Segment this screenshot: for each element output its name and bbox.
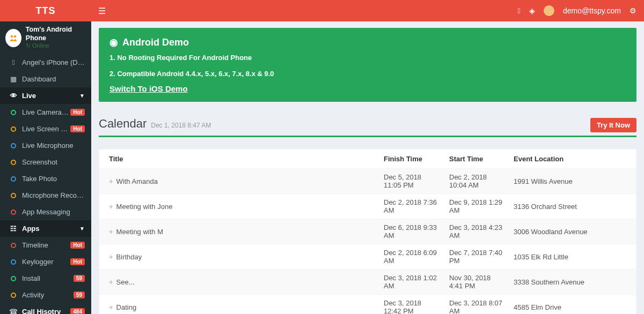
- cell-location: 1035 Elk Rd Little: [508, 244, 636, 270]
- sidebar-item-live[interactable]: 👁Live▼: [0, 87, 91, 104]
- sidebar-item-live-screen-stream[interactable]: Live Screen StreamHot: [0, 121, 91, 137]
- table-row[interactable]: +BirthdayDec 2, 2018 6:09 AMDec 7, 2018 …: [99, 244, 636, 270]
- nav-label: Live: [22, 92, 79, 100]
- nav-label: Apps: [22, 225, 79, 233]
- dot-icon: [8, 276, 19, 281]
- sidebar-item-take-photo[interactable]: Take Photo: [0, 170, 91, 187]
- nav-label: Angel's iPhone (Demo): [22, 58, 85, 66]
- nav-label: Live Microphone: [22, 141, 85, 149]
- cell-start: Dec 2, 2018 10:04 AM: [444, 169, 508, 194]
- topbar-actions:  ◈ demo@ttspy.com ⚙: [518, 5, 644, 16]
- sidebar-item-live-cameras-stream[interactable]: Live Cameras StreamHot: [0, 104, 91, 121]
- sidebar-item-app-messaging[interactable]: App Messaging: [0, 204, 91, 220]
- cell-finish: Dec 2, 2018 7:36 AM: [378, 194, 444, 219]
- sidebar: Tom's Android Phone Online Angel's iPho…: [0, 21, 91, 314]
- sidebar-item-timeline[interactable]: TimelineHot: [0, 237, 91, 253]
- badge: Hot: [70, 109, 85, 116]
- demo-banner: ◉ Android Demo 1. No Rooting Required Fo…: [99, 28, 636, 102]
- col-location[interactable]: Event Location: [508, 149, 636, 169]
- sidebar-item-microphone-recorder[interactable]: Microphone Recorder: [0, 187, 91, 204]
- sidebar-item-install[interactable]: Install59: [0, 270, 91, 287]
- sidebar-item-live-microphone[interactable]: Live Microphone: [0, 137, 91, 154]
- chevron-down-icon: ▼: [79, 226, 85, 231]
- sidebar-item-screenshot[interactable]: Screenshot: [0, 154, 91, 170]
- chevron-down-icon: ▼: [79, 93, 85, 99]
- table-row[interactable]: +See...Dec 3, 2018 1:02 AMNov 30, 2018 4…: [99, 270, 636, 295]
- sidebar-item-angel-s-iphone-demo-[interactable]: Angel's iPhone (Demo): [0, 54, 91, 71]
- nav-label: Live Cameras Stream: [22, 108, 70, 116]
- eye-icon: 👁: [8, 92, 19, 100]
- cell-finish: Dec 5, 2018 11:05 PM: [378, 169, 444, 194]
- menu-toggle-icon[interactable]: ☰: [91, 6, 113, 16]
- sidebar-item-apps[interactable]: ☷Apps▼: [0, 220, 91, 237]
- cell-location: 4585 Elm Drive: [508, 295, 636, 315]
- nav-label: Dashboard: [22, 75, 85, 83]
- cell-start: Dec 3, 2018 4:23 AM: [444, 219, 508, 244]
- expand-icon[interactable]: +: [109, 228, 113, 236]
- cell-title: +With Amanda: [99, 169, 378, 194]
- cell-title: +Meeting with Jone: [99, 194, 378, 219]
- col-finish[interactable]: Finish Time: [378, 149, 444, 169]
- nav-label: Activity: [22, 291, 74, 299]
- cell-title: +Dating: [99, 295, 378, 315]
- table-row[interactable]: +With AmandaDec 5, 2018 11:05 PMDec 2, 2…: [99, 169, 636, 194]
- dot-icon: [8, 293, 19, 298]
- cell-start: Dec 7, 2018 7:40 PM: [444, 244, 508, 270]
- nav-label: Timeline: [22, 241, 70, 249]
- sidebar-item-keylogger[interactable]: KeyloggerHot: [0, 253, 91, 270]
- calendar-table: Title Finish Time Start Time Event Locat…: [99, 149, 636, 314]
- svg-point-1: [14, 35, 17, 38]
- cell-location: 3338 Southern Avenue: [508, 270, 636, 295]
- nav-label: Keylogger: [22, 258, 70, 266]
- page-header: Calendar Dec 1, 2018 8:47 AM Try It Now: [99, 117, 636, 132]
- expand-icon[interactable]: +: [109, 303, 113, 311]
- nav-label: Microphone Recorder: [22, 191, 85, 199]
- apple-icon[interactable]: : [518, 6, 521, 15]
- sidebar-item-activity[interactable]: Activity59: [0, 287, 91, 303]
- col-title[interactable]: Title: [99, 149, 378, 169]
- badge: Hot: [70, 242, 85, 249]
- android-icon[interactable]: ◈: [529, 6, 535, 15]
- apple-icon: : [8, 58, 19, 66]
- expand-icon[interactable]: +: [109, 177, 113, 185]
- expand-icon[interactable]: +: [109, 278, 113, 286]
- badge: 59: [74, 291, 85, 298]
- table-header-row: Title Finish Time Start Time Event Locat…: [99, 149, 636, 169]
- expand-icon[interactable]: +: [109, 253, 113, 261]
- cell-location: 3006 Woodland Avenue: [508, 219, 636, 244]
- page-title: Calendar: [99, 117, 147, 131]
- sidebar-item-dashboard[interactable]: ▦Dashboard: [0, 71, 91, 87]
- switch-demo-link[interactable]: Switch To iOS Demo: [109, 84, 188, 93]
- table-row[interactable]: +DatingDec 3, 2018 12:42 PMDec 3, 2018 8…: [99, 295, 636, 315]
- dot-icon: [8, 160, 19, 165]
- table-row[interactable]: +Meeting with MDec 6, 2018 9:33 AMDec 3,…: [99, 219, 636, 244]
- dot-icon: [8, 243, 19, 248]
- try-it-button[interactable]: Try It Now: [590, 118, 636, 132]
- main-content: ◉ Android Demo 1. No Rooting Required Fo…: [91, 21, 644, 314]
- nav-label: Live Screen Stream: [22, 125, 70, 133]
- th-icon: ☷: [8, 225, 19, 233]
- table-row[interactable]: +Meeting with JoneDec 2, 2018 7:36 AMDec…: [99, 194, 636, 219]
- page-timestamp: Dec 1, 2018 8:47 AM: [151, 122, 211, 129]
- settings-icon[interactable]: ⚙: [630, 6, 636, 15]
- dot-icon: [8, 126, 19, 132]
- dot-icon: [8, 143, 19, 148]
- expand-icon[interactable]: +: [109, 203, 113, 211]
- dot-icon: [8, 176, 19, 182]
- sidebar-item-call-hisotry[interactable]: ☎Call Hisotry484: [0, 303, 91, 314]
- user-email[interactable]: demo@ttspy.com: [563, 6, 621, 15]
- badge: 484: [70, 308, 85, 314]
- dot-icon: [8, 193, 19, 198]
- cell-start: Nov 30, 2018 4:41 PM: [444, 270, 508, 295]
- banner-line1: 1. No Rooting Required For Android Phone: [109, 53, 626, 63]
- col-start[interactable]: Start Time: [444, 149, 508, 169]
- brand-logo[interactable]: TTS: [0, 5, 91, 17]
- avatar[interactable]: [544, 5, 554, 16]
- phone-icon: ☎: [8, 308, 19, 314]
- banner-title: ◉ Android Demo: [109, 36, 626, 48]
- device-name: Tom's Android Phone: [26, 26, 86, 42]
- grid-icon: ▦: [8, 75, 19, 83]
- cell-finish: Dec 2, 2018 6:09 AM: [378, 244, 444, 270]
- device-panel[interactable]: Tom's Android Phone Online: [0, 21, 91, 54]
- nav-label: Install: [22, 274, 74, 282]
